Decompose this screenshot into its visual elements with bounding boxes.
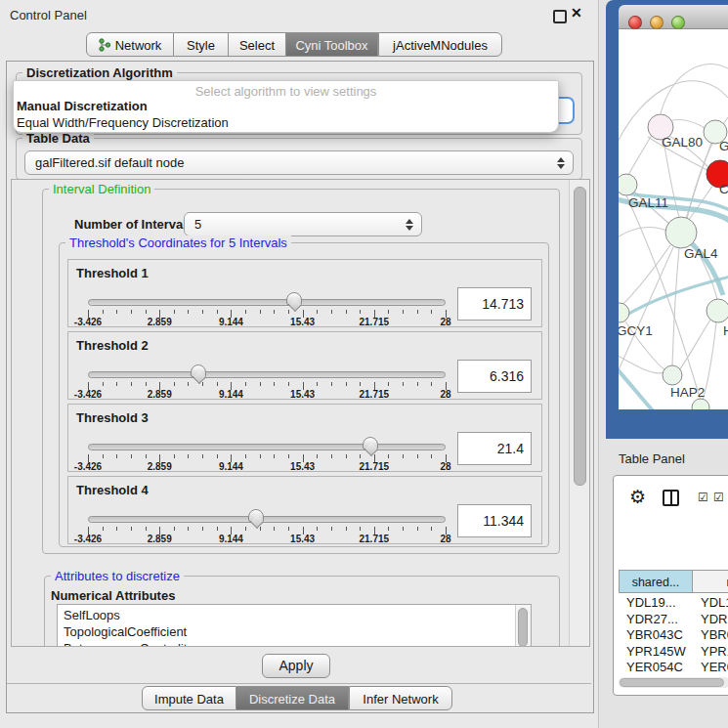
threshold-value-field[interactable]: 6.316 xyxy=(457,360,532,393)
list-item[interactable]: BetweennessCentrality xyxy=(64,641,193,647)
list-item[interactable]: TopologicalCoefficient xyxy=(64,624,187,639)
tick-mark xyxy=(245,310,246,314)
threshold-value-field[interactable]: 14.713 xyxy=(457,287,532,321)
network-node[interactable] xyxy=(619,303,629,322)
table-row[interactable]: YDR27...YDR2 xyxy=(619,612,728,627)
tick-mark xyxy=(317,527,318,531)
numerical-attributes-heading: Numerical Attributes xyxy=(51,588,175,603)
network-node[interactable] xyxy=(619,174,637,195)
node-label: C xyxy=(719,182,728,196)
list-item[interactable]: SelfLoops xyxy=(64,608,120,622)
tick-mark xyxy=(417,310,418,314)
table-row[interactable]: YBR043CYBR0 xyxy=(619,627,728,643)
threshold-slider-track[interactable] xyxy=(88,371,446,378)
mac-zoom-icon[interactable] xyxy=(671,16,685,29)
tab-style[interactable]: Style xyxy=(174,32,229,57)
threshold-slider-thumb[interactable] xyxy=(286,292,302,305)
network-icon xyxy=(99,38,115,53)
tick-label: 15.43 xyxy=(290,461,315,472)
tick-mark xyxy=(188,382,189,386)
table-cell[interactable]: YER0 xyxy=(701,660,728,674)
table-cell[interactable]: YPR145W xyxy=(626,644,686,659)
mac-close-icon[interactable] xyxy=(628,16,642,29)
threshold-slider-track[interactable] xyxy=(88,444,446,450)
algorithm-group-title: Discretization Algorithm xyxy=(22,65,177,80)
threshold-slider-track[interactable] xyxy=(88,516,446,523)
node-label: GAL80 xyxy=(662,135,703,150)
table-row[interactable]: YDL19...YDL1 xyxy=(619,595,728,611)
table-row[interactable]: YPR145WYPR1 xyxy=(619,644,728,660)
dropdown-item[interactable]: Equal Width/Frequency Discretization xyxy=(17,115,229,130)
table-cell[interactable]: YDL1 xyxy=(701,595,728,610)
tick-mark xyxy=(245,454,246,458)
network-edge xyxy=(672,120,705,128)
column-header[interactable]: shared... xyxy=(619,570,693,593)
network-node[interactable] xyxy=(692,399,709,409)
mac-minimize-icon[interactable] xyxy=(650,16,664,29)
tick-mark xyxy=(288,382,289,386)
tick-mark xyxy=(146,454,147,458)
tab-label: jActiveMNodules xyxy=(393,33,488,58)
tick-mark xyxy=(131,454,132,458)
table-cell[interactable]: YDL19... xyxy=(626,595,676,610)
node-label: GA xyxy=(719,139,728,153)
tab-network[interactable]: Network xyxy=(86,32,174,57)
tick-mark xyxy=(331,310,332,314)
threshold-slider-thumb[interactable] xyxy=(191,364,206,377)
scrollbar-thumb[interactable] xyxy=(620,678,724,687)
columns-icon[interactable] xyxy=(663,490,679,506)
close-icon[interactable]: ✕ xyxy=(571,5,582,21)
table-cell[interactable]: YER054C xyxy=(626,660,683,674)
tab-cyni-toolbox[interactable]: Cyni Toolbox xyxy=(286,32,378,57)
tick-mark xyxy=(431,527,432,531)
tick-mark xyxy=(131,527,132,531)
checkbox-icon[interactable]: ☑ xyxy=(698,491,708,504)
threshold-slider-thumb[interactable] xyxy=(248,509,264,522)
scrollbar-thumb[interactable] xyxy=(574,187,586,486)
number-of-intervals-label: Number of Intervals xyxy=(74,217,193,232)
threshold-value-field[interactable]: 21.4 xyxy=(457,432,532,465)
node-label: GAL4 xyxy=(684,246,718,261)
table-cell[interactable]: YBR0 xyxy=(701,627,728,642)
tick-mark xyxy=(274,310,275,314)
dropdown-item[interactable]: Manual Discretization xyxy=(17,99,148,113)
network-node[interactable] xyxy=(663,365,682,385)
checkbox-icon[interactable]: ☑ xyxy=(713,491,724,504)
tick-mark xyxy=(131,310,132,314)
float-window-icon[interactable] xyxy=(553,10,567,23)
number-of-intervals-combobox[interactable]: 5 xyxy=(184,212,422,236)
tab-jactivemnodules[interactable]: jActiveMNodules xyxy=(378,32,502,57)
algorithm-dropdown-popup: Select algorithm to view settings Manual… xyxy=(13,80,559,133)
table-row[interactable]: YER054CYER0 xyxy=(619,660,728,675)
tab-discretize-data[interactable]: Discretize Data xyxy=(236,686,349,710)
tick-label: 2.859 xyxy=(148,317,172,327)
tick-mark xyxy=(431,454,432,458)
table-data-combobox[interactable]: galFiltered.sif default node xyxy=(24,150,574,175)
tab-impute-data[interactable]: Impute Data xyxy=(142,686,236,710)
network-node[interactable] xyxy=(707,299,728,322)
threshold-slider-thumb[interactable] xyxy=(363,437,378,450)
top-tab-bar: NetworkStyleSelectCyni ToolboxjActiveMNo… xyxy=(86,32,502,57)
tab-select[interactable]: Select xyxy=(229,32,286,57)
network-window-titlebar[interactable] xyxy=(619,5,728,29)
network-canvas[interactable]: GAL80GACGAL11GAL4GCY1HHAP2 xyxy=(619,29,728,409)
tick-mark xyxy=(174,382,175,386)
column-header[interactable]: na xyxy=(693,570,728,593)
scrollbar-thumb[interactable] xyxy=(518,608,528,647)
network-node[interactable] xyxy=(665,217,697,248)
tab-infer-network[interactable]: Infer Network xyxy=(349,686,452,710)
table-cell[interactable]: YPR1 xyxy=(701,644,728,659)
numerical-attributes-list[interactable]: SelfLoopsTopologicalCoefficientBetweenne… xyxy=(57,604,532,647)
vertical-scrollbar[interactable] xyxy=(569,180,590,647)
table-cell[interactable]: YDR27... xyxy=(626,612,678,626)
table-cell[interactable]: YDR2 xyxy=(701,612,728,626)
table-cell[interactable]: YBR043C xyxy=(626,627,683,642)
apply-button[interactable]: Apply xyxy=(262,654,330,678)
list-scrollbar[interactable] xyxy=(515,605,531,647)
threshold-slider-track[interactable] xyxy=(88,299,446,306)
horizontal-scrollbar[interactable] xyxy=(619,677,728,688)
tick-mark xyxy=(317,382,318,386)
gear-icon[interactable]: ⚙ xyxy=(629,486,646,508)
tick-mark xyxy=(202,310,203,314)
threshold-value-field[interactable]: 11.344 xyxy=(457,504,532,537)
